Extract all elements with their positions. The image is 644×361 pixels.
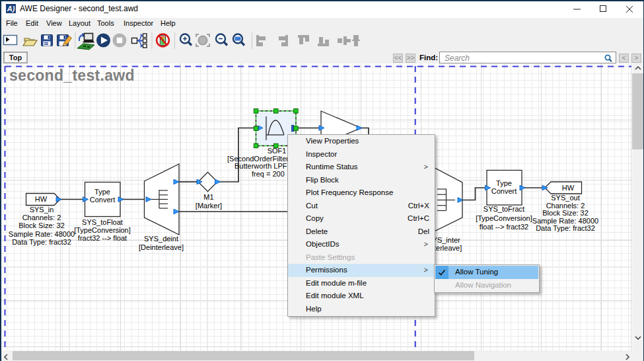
svg-text:Data Type: fract32: Data Type: fract32 xyxy=(12,238,71,246)
svg-text:[Deinterleave]: [Deinterleave] xyxy=(139,243,184,251)
svg-text:second_test.awd: second_test.awd xyxy=(9,67,135,84)
svg-text:SOF1: SOF1 xyxy=(268,147,287,155)
svg-text:Butterworth LPF: Butterworth LPF xyxy=(234,162,287,170)
svg-text:[Marker]: [Marker] xyxy=(196,202,222,210)
svg-text:Data Type: fract32: Data Type: fract32 xyxy=(536,224,595,232)
svg-text:Type: Type xyxy=(94,188,110,196)
svg-text:SYS_toFloat: SYS_toFloat xyxy=(82,218,123,226)
svg-text:Sample Rate: 48000: Sample Rate: 48000 xyxy=(9,230,75,238)
svg-text:Convert: Convert xyxy=(491,187,517,195)
svg-text:float --> fract32: float --> fract32 xyxy=(480,223,528,231)
svg-text:[TypeConversion]: [TypeConversion] xyxy=(74,226,131,234)
svg-text:HW: HW xyxy=(35,195,48,203)
svg-text:fract32 --> float: fract32 --> float xyxy=(78,234,127,242)
svg-text:Channels: 2: Channels: 2 xyxy=(546,202,585,210)
svg-text:[TypeConversion]: [TypeConversion] xyxy=(476,214,532,222)
svg-text:Block Size: 32: Block Size: 32 xyxy=(542,209,589,217)
svg-text:SYS_out: SYS_out xyxy=(551,194,579,202)
svg-text:SYS_toFract: SYS_toFract xyxy=(483,205,524,213)
svg-text:Channels: 2: Channels: 2 xyxy=(22,214,61,221)
svg-text:SYS_deint: SYS_deint xyxy=(144,235,178,243)
svg-text:Convert: Convert xyxy=(90,196,116,204)
svg-text:Sample Rate: 48000: Sample Rate: 48000 xyxy=(532,217,598,225)
svg-text:Type: Type xyxy=(496,179,512,187)
svg-text:SYS_in: SYS_in xyxy=(30,206,54,214)
svg-text:HW: HW xyxy=(562,184,575,192)
svg-text:M1: M1 xyxy=(203,193,213,201)
svg-text:Block Size: 32: Block Size: 32 xyxy=(18,221,65,229)
svg-text:freq = 200: freq = 200 xyxy=(252,170,285,178)
